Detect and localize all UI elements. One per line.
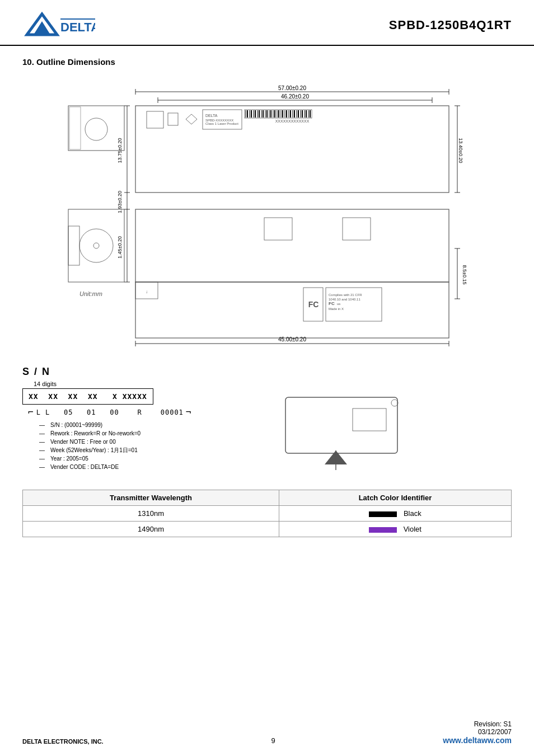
svg-text:us: us [337, 302, 340, 306]
sn-digits-label: 14 digits [34, 381, 257, 387]
wavelength-latch-table: Transmitter Wavelength Latch Color Ident… [22, 490, 512, 537]
latch-color-swatch-violet [369, 527, 397, 533]
sn-code-bottom: ⌐ L L 05 01 00 R 00001 ¬ [22, 406, 257, 419]
svg-text:Made in X: Made in X [329, 307, 344, 311]
svg-text:FC: FC [329, 301, 335, 306]
svg-rect-13 [147, 111, 163, 128]
product-title: SPBD-1250B4Q1RT [389, 18, 512, 32]
svg-rect-69 [343, 218, 371, 240]
sn-title: S / N [22, 366, 512, 378]
footer-page-number: 9 [271, 736, 275, 745]
page-header: DELTA SPBD-1250B4Q1RT [0, 0, 534, 46]
svg-rect-93 [68, 226, 79, 265]
sn-note-5: Year : 2005=05 [28, 454, 257, 463]
footer-revision-label: Revision: S1 [443, 720, 512, 728]
sn-bracket-right: ¬ [186, 407, 192, 417]
svg-point-101 [391, 400, 398, 406]
sn-notes: S/N : (00001~99999) Rework : Rework=R or… [22, 421, 257, 471]
svg-text:45.00±0.20: 45.00±0.20 [278, 336, 306, 342]
sn-note-6: Vender CODE : DELTA=DE [28, 463, 257, 471]
svg-text:FC: FC [308, 300, 319, 309]
page-footer: DELTA ELECTRONICS, INC. 9 Revision: S1 0… [0, 720, 534, 745]
svg-point-91 [79, 229, 113, 262]
wavelength-cell-2: 1490nm [23, 522, 279, 537]
svg-rect-100 [285, 397, 397, 453]
sn-section: S / N 14 digits XX XX XX XX X XXXXX ⌐ L … [0, 360, 534, 481]
footer-revision-date: 03/12/2007 [443, 728, 512, 736]
svg-rect-77 [135, 282, 449, 338]
sn-diagram: 14 digits XX XX XX XX X XXXXX ⌐ L L 05 0… [22, 381, 512, 476]
svg-text:Unit:mm: Unit:mm [79, 290, 102, 297]
sn-code-values: L L 05 01 00 R 00001 [36, 408, 184, 416]
latch-color-label-violet: Violet [404, 525, 421, 533]
dimensions-area: 57.00±0.20 46.20±0.20 DELTA SPBD-XXXXXXX… [0, 75, 534, 349]
svg-point-97 [85, 118, 107, 140]
svg-text:8.5±0.15: 8.5±0.15 [462, 265, 467, 285]
svg-text:57.00±0.20: 57.00±0.20 [278, 85, 306, 91]
table-row: 1310nm Black [23, 506, 512, 522]
svg-rect-96 [69, 107, 81, 149]
latch-color-label-black: Black [404, 509, 421, 518]
table-row: 1490nm Violet [23, 522, 512, 537]
footer-website[interactable]: www.deltaww.com [443, 736, 512, 745]
svg-text:46.20±0.20: 46.20±0.20 [281, 93, 309, 100]
technical-drawing: 57.00±0.20 46.20±0.20 DELTA SPBD-XXXXXXX… [24, 75, 510, 349]
svg-text:Complies with 21 CFR: Complies with 21 CFR [329, 293, 362, 297]
wavelength-cell-1: 1310nm [23, 506, 279, 522]
sn-bracket-left: ⌐ [28, 407, 34, 417]
svg-rect-102 [353, 408, 386, 431]
delta-logo: DELTA [22, 11, 95, 39]
logo-area: DELTA [22, 11, 95, 39]
footer-right: Revision: S1 03/12/2007 www.deltaww.com [443, 720, 512, 745]
sn-note-3: Vender NOTE : Free or 00 [28, 438, 257, 446]
svg-text:DELTA: DELTA [205, 114, 218, 118]
sn-module-diagram [274, 381, 414, 476]
sn-code-top: XX XX XX XX X XXXXX [22, 388, 153, 405]
svg-point-92 [93, 243, 99, 248]
page-number: 9 [271, 736, 275, 745]
latch-color-swatch-black [369, 511, 397, 517]
svg-text:1.93±0.20: 1.93±0.20 [117, 191, 123, 213]
svg-rect-95 [68, 106, 124, 151]
latch-cell-2: Violet [279, 522, 512, 537]
svg-text:1.45±0.20: 1.45±0.20 [117, 236, 123, 259]
svg-text:DELTA: DELTA [60, 20, 95, 34]
svg-marker-15 [186, 114, 197, 124]
latch-cell-1: Black [279, 506, 512, 522]
col-header-wavelength: Transmitter Wavelength [23, 490, 279, 506]
drawing-container: 57.00±0.20 46.20±0.20 DELTA SPBD-XXXXXXX… [24, 75, 510, 349]
svg-rect-90 [68, 209, 124, 282]
svg-rect-68 [264, 218, 292, 240]
svg-text:Class 1 Laser Product: Class 1 Laser Product [205, 122, 238, 125]
svg-text:XXXXXXXXXXXXX: XXXXXXXXXXXXX [275, 119, 310, 123]
svg-text:↓: ↓ [146, 289, 148, 294]
col-header-latch: Latch Color Identifier [279, 490, 512, 506]
footer-company: DELTA ELECTRONICS, INC. [22, 738, 104, 745]
svg-text:13.40±0.20: 13.40±0.20 [458, 138, 463, 163]
section-heading: 10. Outline Dimensions [0, 57, 534, 67]
svg-rect-14 [168, 113, 178, 125]
sn-note-1: S/N : (00001~99999) [28, 421, 257, 429]
sn-note-4: Week (52Weeks/Year) : 1月1日=01 [28, 446, 257, 454]
sn-left-panel: 14 digits XX XX XX XX X XXXXX ⌐ L L 05 0… [22, 381, 257, 471]
sn-note-2: Rework : Rework=R or No-rework=0 [28, 429, 257, 438]
